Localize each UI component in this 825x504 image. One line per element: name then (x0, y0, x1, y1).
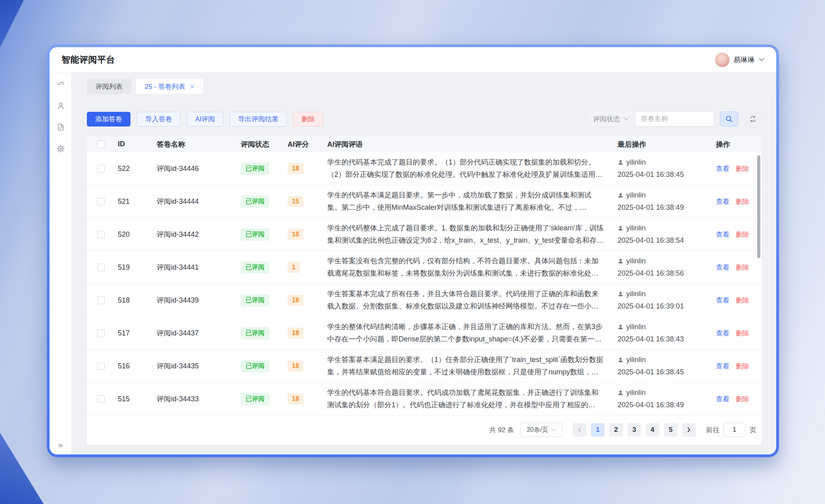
cell-last-operation: yilinlin 2025-04-01 16:38:45 (611, 156, 710, 181)
settings-gear-icon (56, 144, 65, 153)
view-link[interactable]: 查看 (716, 197, 729, 206)
cell-answer-name: 评阅id-34442 (150, 230, 234, 239)
delete-button[interactable]: 删除 (293, 112, 323, 126)
delete-link[interactable]: 删除 (736, 296, 749, 305)
sidebar-collapse-button[interactable]: » (50, 441, 71, 450)
view-link[interactable]: 查看 (716, 230, 729, 239)
goto-page-input[interactable] (723, 423, 746, 437)
column-header-status: 评阅状态 (234, 140, 281, 149)
score-badge: 1 (288, 262, 300, 273)
view-link[interactable]: 查看 (716, 164, 729, 173)
cell-ai-comment: 学生的整体代码结构清晰，步骤基本正确，并且适用了正确的库和方法。然而，在第3步中… (321, 321, 611, 345)
table-row: 516 评阅id-34435 已评阅 18 学生答案基本满足题目的要求。（1）任… (87, 350, 762, 383)
cell-ai-comment: 学生答案基本完成了所有任务，并且大体符合题目要求。代码使用了正确的库和函数来载入… (321, 288, 611, 312)
row-checkbox[interactable] (97, 231, 105, 238)
cell-id: 518 (111, 296, 150, 305)
score-badge: 18 (288, 163, 303, 174)
status-badge: 已评阅 (241, 228, 269, 241)
cell-last-operation: yilinlin 2025-04-01 16:38:49 (611, 189, 710, 214)
prev-page-button[interactable] (573, 423, 586, 437)
sidebar-item-review-list[interactable] (56, 80, 65, 89)
tab-answer-sheet-list[interactable]: 25 - 答卷列表 × (136, 79, 203, 94)
person-icon (618, 324, 624, 330)
operation-time: 2025-04-01 16:38:49 (618, 201, 703, 214)
chevron-down-icon (759, 58, 764, 61)
app-window: 智能评阅平台 易琳琳 (50, 47, 776, 454)
status-badge: 已评阅 (241, 294, 269, 307)
person-icon (618, 357, 624, 363)
page-button[interactable]: 5 (664, 423, 677, 437)
status-filter-placeholder: 评阅状态 (593, 115, 620, 124)
next-page-button[interactable] (682, 423, 696, 437)
row-checkbox[interactable] (97, 264, 105, 271)
chevron-right-icon (687, 427, 691, 433)
operation-time: 2025-04-01 16:38:45 (618, 366, 703, 378)
row-checkbox[interactable] (97, 165, 105, 172)
cell-ai-comment: 学生的代码基本满足题目要求。第一步中，成功加载了数据，并划分成训练集和测试集。第… (321, 189, 611, 214)
add-answer-button[interactable]: 添加答卷 (87, 112, 130, 126)
view-link[interactable]: 查看 (716, 395, 729, 404)
chevron-left-icon (578, 427, 581, 433)
delete-link[interactable]: 删除 (736, 263, 749, 272)
cell-id: 521 (111, 197, 150, 206)
status-badge: 已评阅 (241, 195, 269, 208)
table-row: 520 评阅id-34442 已评阅 18 学生的代码整体上完成了题目要求。1.… (87, 218, 762, 251)
status-badge: 已评阅 (241, 393, 269, 405)
toolbar: 添加答卷 导入答卷 AI评阅 导出评阅结果 删除 评阅状态 (87, 111, 762, 126)
person-icon (618, 390, 624, 396)
user-menu[interactable]: 易琳琳 (715, 53, 764, 67)
delete-link[interactable]: 删除 (736, 164, 749, 173)
cell-ai-comment: 学生的代码基本完成了题目的要求。（1）部分代码正确实现了数据集的加载和切分。（2… (321, 156, 611, 181)
page-button[interactable]: 3 (627, 423, 641, 437)
cell-last-operation: yilinlin 2025-04-01 16:38:45 (611, 354, 710, 378)
cell-id: 520 (111, 230, 150, 239)
goto-page: 前往 页 (706, 423, 756, 437)
cell-last-operation: yilinlin 2025-04-01 16:38:56 (611, 255, 710, 280)
cell-answer-name: 评阅id-34441 (150, 263, 234, 272)
delete-link[interactable]: 删除 (736, 329, 749, 338)
ai-review-button[interactable]: AI评阅 (187, 112, 223, 126)
row-checkbox[interactable] (97, 395, 105, 403)
sidebar-item-users[interactable] (56, 101, 65, 111)
row-checkbox[interactable] (97, 362, 105, 370)
view-link[interactable]: 查看 (716, 296, 729, 305)
sidebar-item-settings[interactable] (56, 144, 65, 153)
cell-ai-comment: 学生的代码整体上完成了题目要求。1. 数据集的加载和划分正确使用了'sklear… (321, 222, 611, 247)
row-checkbox[interactable] (97, 198, 105, 205)
cell-last-operation: yilinlin 2025-04-01 16:38:49 (611, 387, 710, 411)
cell-id: 515 (111, 395, 150, 403)
page-size-select[interactable]: 20条/页 (520, 423, 562, 437)
refresh-button[interactable] (744, 111, 762, 126)
select-all-checkbox[interactable] (97, 140, 105, 148)
status-filter-select[interactable]: 评阅状态 (587, 111, 633, 126)
sidebar-item-documents[interactable] (56, 123, 65, 132)
page-button[interactable]: 4 (646, 423, 659, 437)
delete-link[interactable]: 删除 (736, 362, 749, 371)
app-title: 智能评阅平台 (61, 54, 115, 66)
row-checkbox[interactable] (97, 297, 105, 304)
close-icon[interactable]: × (190, 83, 194, 90)
avatar[interactable] (715, 53, 729, 67)
search-button[interactable] (720, 111, 738, 126)
operation-time: 2025-04-01 16:39:01 (618, 300, 703, 312)
cell-last-operation: yilinlin 2025-04-01 16:39:01 (611, 288, 710, 312)
tab-review-list[interactable]: 评阅列表 (87, 79, 131, 94)
delete-link[interactable]: 删除 (736, 395, 749, 404)
import-answer-button[interactable]: 导入答卷 (137, 112, 180, 126)
goto-label: 前往 (706, 425, 719, 435)
view-link[interactable]: 查看 (716, 362, 729, 371)
answer-name-input[interactable] (635, 111, 714, 126)
export-results-button[interactable]: 导出评阅结果 (230, 112, 287, 126)
table-row: 519 评阅id-34441 已评阅 1 学生答案没有包含完整的代码，仅有部分结… (87, 251, 762, 284)
page-button[interactable]: 1 (591, 423, 604, 437)
row-checkbox[interactable] (97, 330, 105, 337)
delete-link[interactable]: 删除 (736, 230, 749, 239)
delete-link[interactable]: 删除 (736, 197, 749, 206)
person-icon (618, 192, 624, 198)
person-icon (618, 159, 624, 165)
view-link[interactable]: 查看 (716, 263, 729, 272)
view-link[interactable]: 查看 (716, 329, 729, 338)
table-row: 522 评阅id-34446 已评阅 18 学生的代码基本完成了题目的要求。（1… (87, 152, 762, 185)
page-button[interactable]: 2 (609, 423, 623, 437)
vertical-scrollbar-thumb[interactable] (757, 155, 760, 258)
